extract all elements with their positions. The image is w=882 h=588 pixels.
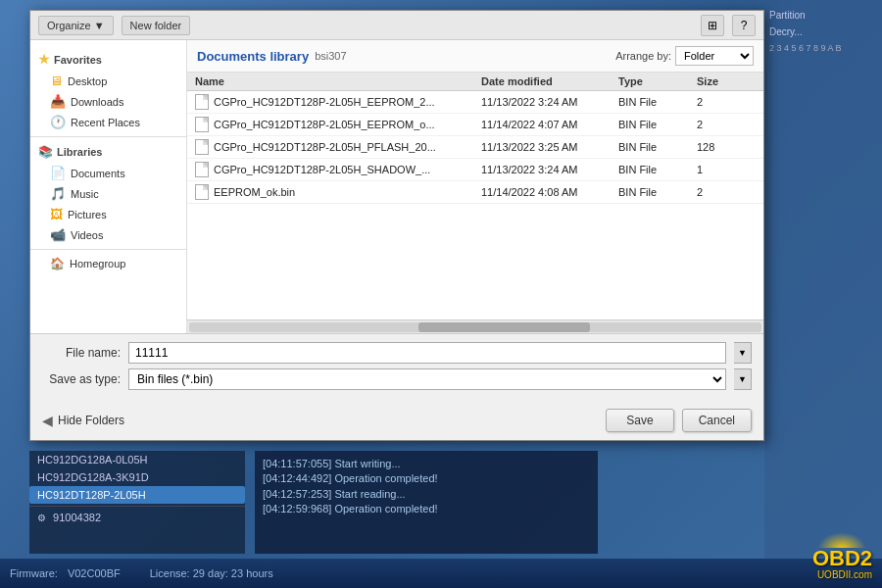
file-doc-icon bbox=[195, 117, 209, 132]
savetype-select[interactable]: Bin files (*.bin) bbox=[128, 368, 726, 390]
nav-music[interactable]: 🎵 Music bbox=[30, 183, 186, 204]
device-item-4[interactable]: ⚙ 91004382 bbox=[29, 509, 245, 526]
file-type: BIN File bbox=[618, 141, 697, 153]
file-name: CGPro_HC912DT128P-2L05H_SHADOW_... bbox=[214, 164, 430, 175]
new-folder-button[interactable]: New folder bbox=[122, 16, 191, 35]
filename-input[interactable] bbox=[128, 342, 726, 364]
save-as-dialog: Organize ▼ New folder ⊞ ? ★ Favorites 🖥 … bbox=[29, 10, 764, 441]
file-doc-icon bbox=[195, 184, 209, 200]
file-size: 2 bbox=[697, 186, 756, 198]
obd2-logo: OBD2 UOBDII.com bbox=[812, 532, 872, 580]
view-mode-button[interactable]: ⊞ bbox=[701, 15, 724, 36]
file-name: EEPROM_ok.bin bbox=[214, 186, 295, 198]
toolbar-right: ⊞ ? bbox=[701, 15, 756, 36]
device-item-1[interactable]: HC912DG128A-0L05H bbox=[29, 451, 245, 468]
file-type: BIN File bbox=[618, 186, 697, 198]
desktop-label: Desktop bbox=[68, 75, 107, 87]
nav-recent-places[interactable]: 🕐 Recent Places bbox=[30, 112, 186, 132]
library-title: Documents library bbox=[197, 49, 309, 64]
scroll-thumb bbox=[418, 322, 590, 332]
file-doc-icon bbox=[195, 94, 209, 110]
homegroup-icon: 🏠 bbox=[50, 257, 65, 270]
col-date: Date modified bbox=[481, 75, 618, 87]
nav-documents[interactable]: 📄 Documents bbox=[30, 163, 186, 183]
nav-homegroup[interactable]: 🏠 Homegroup bbox=[30, 254, 186, 273]
file-scroll-bar[interactable] bbox=[187, 319, 763, 333]
table-row[interactable]: CGPro_HC912DT128P-2L05H_EEPROM_2... 11/1… bbox=[187, 91, 763, 114]
log-entry: [04:12:44:492] Operation completed! bbox=[263, 471, 590, 486]
libraries-icon: 📚 bbox=[38, 145, 53, 159]
scroll-track bbox=[189, 322, 761, 332]
hex-numbers: 2 3 4 5 6 7 8 9 A B bbox=[769, 43, 877, 53]
table-row[interactable]: CGPro_HC912DT128P-2L05H_SHADOW_... 11/13… bbox=[187, 159, 763, 181]
firmware-value: V02C00BF bbox=[68, 567, 121, 579]
file-name-cell: CGPro_HC912DT128P-2L05H_PFLASH_20... bbox=[195, 139, 481, 155]
favorites-star-icon: ★ bbox=[38, 52, 50, 67]
organize-button[interactable]: Organize ▼ bbox=[38, 16, 114, 35]
dialog-actions: ◀ Hide Folders Save Cancel bbox=[30, 403, 763, 440]
log-entry: [04:11:57:055] Start writing... bbox=[263, 457, 590, 471]
savetype-row: Save as type: Bin files (*.bin) ▼ bbox=[42, 368, 752, 390]
obd2-sub-text: UOBDII.com bbox=[812, 569, 872, 580]
nav-pictures[interactable]: 🖼 Pictures bbox=[30, 204, 186, 224]
save-button[interactable]: Save bbox=[606, 409, 673, 432]
filename-dropdown-btn[interactable]: ▼ bbox=[734, 342, 752, 364]
file-area: Documents library bsi307 Arrange by: Fol… bbox=[187, 40, 763, 333]
homegroup-label: Homegroup bbox=[70, 258, 125, 270]
desktop-folder-icon: 🖥 bbox=[50, 74, 63, 88]
file-size: 2 bbox=[697, 96, 756, 108]
partition-label: Partition bbox=[769, 10, 877, 21]
device-item-3-selected[interactable]: HC912DT128P-2L05H bbox=[29, 486, 245, 504]
table-row[interactable]: CGPro_HC912DT128P-2L05H_PFLASH_20... 11/… bbox=[187, 136, 763, 159]
file-doc-icon bbox=[195, 139, 209, 155]
nav-videos[interactable]: 📹 Videos bbox=[30, 224, 186, 245]
filename-row: File name: ▼ bbox=[42, 342, 752, 364]
help-button[interactable]: ? bbox=[732, 15, 756, 36]
file-name-cell: CGPro_HC912DT128P-2L05H_SHADOW_... bbox=[195, 162, 481, 177]
music-label: Music bbox=[71, 188, 99, 200]
decrypt-label: Decry... bbox=[769, 26, 877, 37]
dialog-toolbar: Organize ▼ New folder ⊞ ? bbox=[30, 11, 763, 40]
file-name: CGPro_HC912DT128P-2L05H_EEPROM_o... bbox=[214, 119, 435, 130]
file-size: 2 bbox=[697, 119, 756, 130]
file-date: 11/14/2022 4:08 AM bbox=[481, 186, 618, 198]
location-bar: Documents library bsi307 Arrange by: Fol… bbox=[187, 40, 763, 73]
favorites-label: Favorites bbox=[54, 54, 102, 66]
recent-places-label: Recent Places bbox=[71, 117, 140, 128]
dialog-form: File name: ▼ Save as type: Bin files (*.… bbox=[30, 333, 763, 403]
savetype-dropdown-btn[interactable]: ▼ bbox=[734, 368, 752, 390]
device-sep bbox=[29, 506, 245, 507]
dialog-content: ★ Favorites 🖥 Desktop 📥 Downloads 🕐 Rece… bbox=[30, 40, 763, 333]
documents-label: Documents bbox=[71, 168, 125, 179]
col-type: Type bbox=[618, 75, 697, 87]
nav-downloads[interactable]: 📥 Downloads bbox=[30, 91, 186, 112]
file-date: 11/13/2022 3:24 AM bbox=[481, 164, 618, 175]
nav-desktop[interactable]: 🖥 Desktop bbox=[30, 71, 186, 91]
file-name: CGPro_HC912DT128P-2L05H_PFLASH_20... bbox=[214, 141, 436, 153]
favorites-section: ★ Favorites bbox=[30, 48, 186, 71]
table-row[interactable]: EEPROM_ok.bin 11/14/2022 4:08 AM BIN Fil… bbox=[187, 181, 763, 204]
filename-label: File name: bbox=[42, 346, 121, 360]
col-name: Name bbox=[195, 75, 481, 87]
file-size: 128 bbox=[697, 141, 756, 153]
file-date: 11/13/2022 3:24 AM bbox=[481, 96, 618, 108]
documents-icon: 📄 bbox=[50, 166, 66, 180]
file-type: BIN File bbox=[618, 119, 697, 130]
library-subtitle: bsi307 bbox=[315, 50, 346, 62]
arrange-by-select[interactable]: Folder bbox=[675, 46, 754, 66]
hide-folders-button[interactable]: ◀ Hide Folders bbox=[42, 413, 124, 428]
arrange-by-label: Arrange by: bbox=[615, 50, 671, 62]
hide-folders-label: Hide Folders bbox=[58, 414, 124, 427]
firmware-label: Firmware: bbox=[10, 567, 58, 579]
file-name: CGPro_HC912DT128P-2L05H_EEPROM_2... bbox=[214, 96, 435, 108]
nav-sep-1 bbox=[30, 136, 186, 137]
obd2-logo-text: OBD2 bbox=[812, 548, 872, 569]
device-item-2[interactable]: HC912DG128A-3K91D bbox=[29, 468, 245, 486]
file-type: BIN File bbox=[618, 164, 697, 175]
pictures-icon: 🖼 bbox=[50, 207, 63, 221]
cancel-button[interactable]: Cancel bbox=[682, 409, 752, 432]
music-icon: 🎵 bbox=[50, 186, 66, 201]
table-row[interactable]: CGPro_HC912DT128P-2L05H_EEPROM_o... 11/1… bbox=[187, 114, 763, 136]
file-doc-icon bbox=[195, 162, 209, 177]
downloads-folder-icon: 📥 bbox=[50, 94, 66, 109]
